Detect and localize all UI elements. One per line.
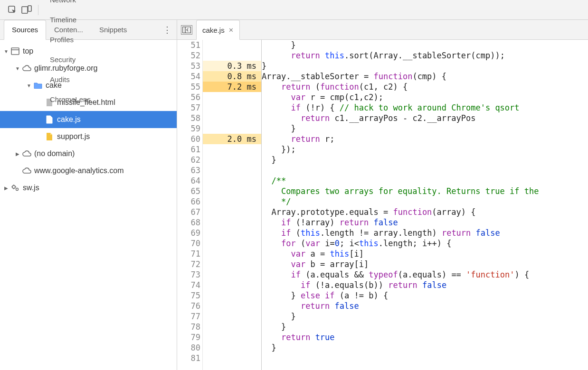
- code-line[interactable]: }: [262, 155, 588, 165]
- editor-tab-label: cake.js: [202, 26, 225, 34]
- timing-annotation: 2.0 ms: [203, 134, 261, 144]
- code-line[interactable]: }: [262, 123, 588, 134]
- code-line[interactable]: var b = array[i]: [262, 259, 588, 269]
- code-line[interactable]: if (a.equals && typeof(a.equals) == 'fun…: [262, 269, 588, 280]
- file-white-icon: [45, 115, 54, 124]
- devtools-tab-profiles[interactable]: Profiles: [43, 30, 97, 50]
- code-line[interactable]: Array.__stableSorter = function(cmp) {: [262, 71, 588, 82]
- code-line[interactable]: }: [262, 311, 588, 322]
- tree-item[interactable]: support.js: [0, 128, 177, 145]
- tree-item-label: (no domain): [34, 149, 75, 158]
- code-line[interactable]: return true: [262, 332, 588, 342]
- code-line[interactable]: if (this.length != array.length) return …: [262, 228, 588, 238]
- code-line[interactable]: [262, 353, 588, 363]
- devtools-tab-timeline[interactable]: Timeline: [43, 10, 97, 30]
- code-lines[interactable]: } return this.sort(Array.__stableSorter(…: [262, 40, 588, 370]
- code-line[interactable]: [262, 165, 588, 176]
- expand-closed-icon[interactable]: ▶: [14, 151, 21, 157]
- cloud-icon: [22, 149, 31, 158]
- code-line[interactable]: }: [262, 61, 588, 71]
- cloud-icon: [22, 166, 31, 176]
- expand-open-icon[interactable]: ▼: [14, 66, 21, 71]
- tree-item-label: cake.js: [57, 115, 81, 124]
- devtools-tab-network[interactable]: Network: [43, 0, 97, 10]
- devtools-tab-chromelens[interactable]: ChromeLens: [43, 90, 97, 110]
- code-line[interactable]: Array.prototype.equals = function(array)…: [262, 207, 588, 217]
- inspect-icon[interactable]: [6, 3, 19, 17]
- timing-annotation: 0.8 ms: [203, 71, 261, 82]
- code-line[interactable]: }: [262, 40, 588, 50]
- timing-gutter: 0.3 ms0.8 ms7.2 ms2.0 ms: [203, 40, 262, 370]
- devtools-tab-audits[interactable]: Audits: [43, 70, 97, 90]
- file-yellow-icon: [45, 132, 54, 141]
- devtools-tab-security[interactable]: Security: [43, 50, 97, 70]
- code-line[interactable]: for (var i=0; i<this.length; i++) {: [262, 238, 588, 249]
- close-tab-icon[interactable]: ✕: [228, 27, 234, 34]
- code-line[interactable]: if (!r) { // hack to work around Chrome'…: [262, 102, 588, 113]
- code-line[interactable]: /**: [262, 176, 588, 186]
- code-line[interactable]: return this.sort(Array.__stableSorter(cm…: [262, 50, 588, 61]
- devtools-top-tabbar: ElementsConsoleSourcesApplicationNetwork…: [0, 0, 588, 20]
- tree-item-label: www.google-analytics.com: [34, 166, 124, 175]
- tree-item-label: top: [23, 47, 33, 56]
- tree-item[interactable]: ▶sw.js: [0, 179, 177, 196]
- tree-item[interactable]: ▶(no domain): [0, 145, 177, 162]
- tree-item[interactable]: cake.js: [0, 111, 177, 128]
- code-line[interactable]: return (function(c1, c2) {: [262, 82, 588, 92]
- editor-tabbar: cake.js ✕: [177, 20, 588, 40]
- navigator-tab-sources[interactable]: Sources: [4, 20, 46, 40]
- folder-icon: [33, 81, 43, 90]
- tree-item[interactable]: www.google-analytics.com: [0, 162, 177, 179]
- code-line[interactable]: */: [262, 196, 588, 207]
- code-line[interactable]: return false: [262, 301, 588, 311]
- device-mode-icon[interactable]: [20, 3, 33, 17]
- divider: [38, 5, 38, 15]
- expand-open-icon[interactable]: ▼: [26, 83, 32, 88]
- code-line[interactable]: return c1.__arrayPos - c2.__arrayPos: [262, 113, 588, 123]
- code-line[interactable]: var r = cmp(c1,c2);: [262, 92, 588, 102]
- line-number-gutter: 5152535455565758596061626364656667686970…: [177, 40, 203, 370]
- code-line[interactable]: });: [262, 144, 588, 155]
- svg-rect-2: [28, 6, 31, 11]
- code-line[interactable]: }: [262, 322, 588, 332]
- editor-pane: cake.js ✕ 515253545556575859606162636465…: [177, 20, 588, 370]
- toggle-navigator-icon[interactable]: [181, 25, 192, 35]
- code-line[interactable]: if (!a.equals(b)) return false: [262, 280, 588, 290]
- gears-icon: [10, 183, 20, 193]
- code-line[interactable]: return r;: [262, 134, 588, 144]
- navigator-tab-snippets[interactable]: Snippets: [91, 20, 135, 40]
- timing-annotation: 7.2 ms: [203, 82, 261, 92]
- code-line[interactable]: } else if (a != b) {: [262, 290, 588, 301]
- frame-icon: [10, 46, 20, 56]
- expand-closed-icon[interactable]: ▶: [3, 185, 9, 191]
- cloud-icon: [22, 64, 31, 73]
- code-line[interactable]: Compares two arrays for equality. Return…: [262, 186, 588, 196]
- code-line[interactable]: }: [262, 342, 588, 353]
- svg-point-6: [16, 188, 19, 191]
- tree-item-label: sw.js: [23, 184, 39, 192]
- more-options-icon[interactable]: ⋮: [163, 25, 172, 35]
- code-line[interactable]: if (!array) return false: [262, 217, 588, 228]
- editor-tab[interactable]: cake.js ✕: [196, 20, 240, 40]
- tree-item-label: support.js: [57, 132, 90, 141]
- timing-annotation: 0.3 ms: [203, 61, 261, 71]
- code-line[interactable]: var a = this[i]: [262, 249, 588, 259]
- code-editor[interactable]: 5152535455565758596061626364656667686970…: [177, 40, 588, 370]
- svg-rect-3: [11, 48, 19, 55]
- expand-open-icon[interactable]: ▼: [3, 49, 9, 54]
- svg-rect-1: [22, 7, 28, 13]
